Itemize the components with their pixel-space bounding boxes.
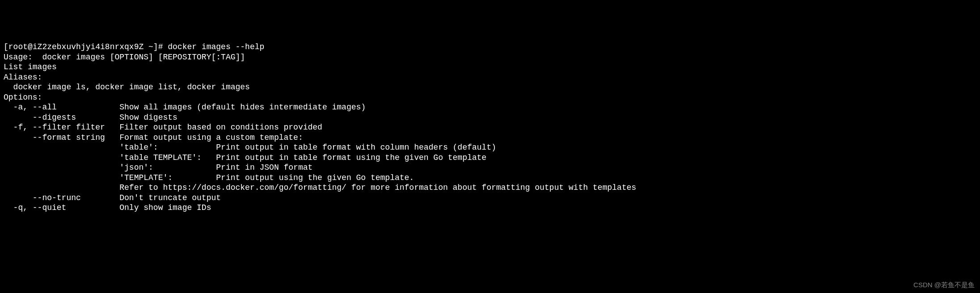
- option-format-table: 'table': Print output in table format wi…: [4, 142, 976, 153]
- option-format-json: 'json': Print in JSON format: [4, 163, 976, 173]
- option-quiet: -q, --quiet Only show image IDs: [4, 203, 976, 213]
- watermark: CSDN @若鱼不是鱼: [913, 281, 975, 289]
- option-format: --format string Format output using a cu…: [4, 133, 976, 143]
- option-format-refer: Refer to https://docs.docker.com/go/form…: [4, 183, 976, 193]
- option-digests: --digests Show digests: [4, 113, 976, 123]
- option-format-template: 'TEMPLATE': Print output using the given…: [4, 173, 976, 183]
- aliases-header: Aliases:: [4, 72, 976, 83]
- option-filter: -f, --filter filter Filter output based …: [4, 122, 976, 133]
- prompt-line: [root@iZ2zebxuvhjyi4i8nrxqx9Z ~]# docker…: [4, 42, 976, 52]
- options-header: Options:: [4, 92, 976, 103]
- terminal-output[interactable]: [root@iZ2zebxuvhjyi4i8nrxqx9Z ~]# docker…: [4, 42, 976, 213]
- option-no-trunc: --no-trunc Don't truncate output: [4, 193, 976, 203]
- aliases-line: docker image ls, docker image list, dock…: [4, 82, 976, 92]
- usage-line: Usage: docker images [OPTIONS] [REPOSITO…: [4, 52, 976, 63]
- option-format-table-template: 'table TEMPLATE': Print output in table …: [4, 153, 976, 163]
- description-line: List images: [4, 62, 976, 72]
- option-all: -a, --all Show all images (default hides…: [4, 102, 976, 113]
